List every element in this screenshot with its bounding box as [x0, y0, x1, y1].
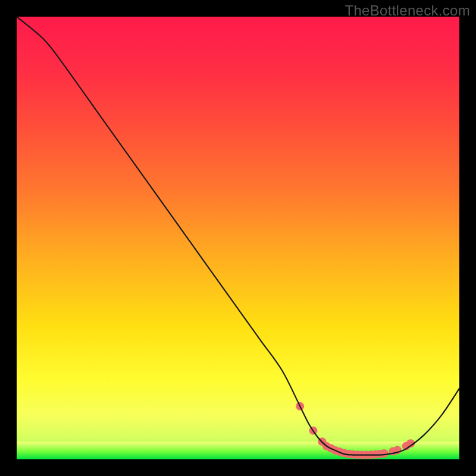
bottleneck-curve-chart: [17, 17, 459, 459]
watermark-text: TheBottleneck.com: [345, 2, 470, 19]
chart-frame: TheBottleneck.com: [0, 0, 476, 476]
data-marker: [380, 449, 389, 458]
chart-background: [17, 17, 459, 459]
